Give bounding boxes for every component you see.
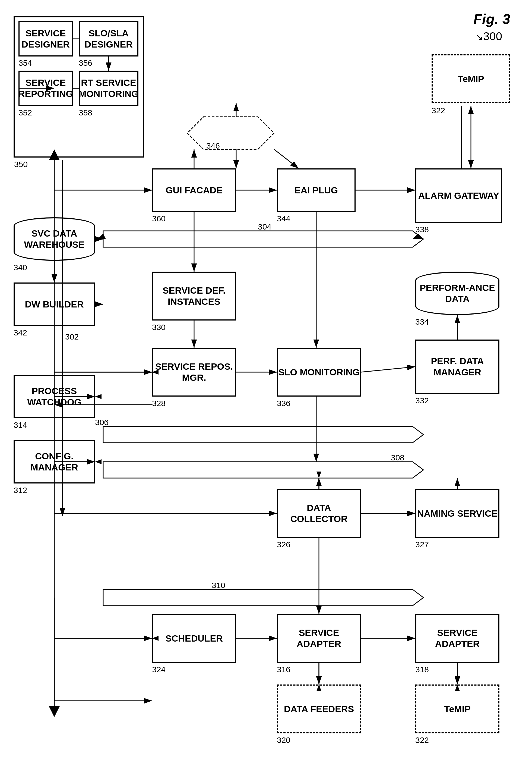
- svg-marker-13: [103, 231, 423, 247]
- ref-340: 340: [14, 263, 27, 272]
- ref-344: 344: [277, 214, 290, 223]
- svg-line-63: [274, 149, 298, 168]
- slo-sla-designer-box: SLO/SLA DESIGNER: [79, 21, 138, 57]
- data-feeders-box: DATA FEEDERS: [277, 685, 361, 734]
- svg-text:304: 304: [258, 222, 271, 231]
- ref-327: 327: [415, 540, 429, 549]
- ref-342: 342: [14, 328, 27, 337]
- svg-text:306: 306: [95, 418, 109, 427]
- perf-data-manager-box: PERF. DATA MANAGER: [415, 340, 500, 394]
- svg-text:308: 308: [391, 453, 404, 462]
- data-collector-box: DATA COLLECTOR: [277, 489, 361, 538]
- temip-top-box: TeMIP: [431, 54, 510, 103]
- ref-314: 314: [14, 420, 27, 430]
- config-manager-box: CONFIG. MANAGER: [14, 440, 95, 484]
- ref-352: 352: [19, 108, 32, 117]
- service-repos-mgr-box: SERVICE REPOS. MGR.: [152, 348, 236, 397]
- ref-356: 356: [79, 58, 92, 68]
- service-reporting-box: SERVICE REPORTING: [19, 71, 73, 106]
- ref-354: 354: [19, 58, 32, 68]
- ref-360: 360: [152, 214, 165, 223]
- ref-336: 336: [277, 399, 290, 408]
- svg-marker-19: [103, 462, 423, 478]
- performance-data-box: PERFORM-ANCE DATA: [415, 272, 500, 315]
- svg-marker-21: [103, 590, 423, 606]
- scheduler-box: SCHEDULER: [152, 614, 236, 663]
- svg-marker-24: [49, 706, 60, 717]
- svg-line-31: [361, 367, 415, 372]
- ref-346: 346: [206, 141, 220, 151]
- service-adapter-2-box: SERVICE ADAPTER: [415, 614, 500, 663]
- dw-builder-box: DW BUILDER: [14, 282, 95, 326]
- svg-marker-16: [98, 234, 106, 239]
- ref-322-top: 322: [431, 106, 445, 115]
- ref-328: 328: [152, 399, 165, 408]
- svg-text:302: 302: [65, 332, 79, 341]
- ref-312: 312: [14, 486, 27, 495]
- svc-data-warehouse-box: SVC DATA WAREHOUSE: [14, 217, 95, 261]
- svg-marker-17: [103, 426, 423, 443]
- diagram: Fig. 3 ↘300 350 SERVICE DESIGNER 354 SLO…: [0, 0, 532, 760]
- slo-monitoring-box: SLO MONITORING: [277, 348, 361, 397]
- gui-facade-box: GUI FACADE: [152, 168, 236, 212]
- svg-text:310: 310: [212, 581, 225, 590]
- fig-label: Fig. 3: [473, 11, 510, 27]
- ref-316: 316: [277, 665, 290, 674]
- service-designer-box: SERVICE DESIGNER: [19, 21, 73, 57]
- service-adapter-1-box: SERVICE ADAPTER: [277, 614, 361, 663]
- ref-330: 330: [152, 323, 165, 332]
- ref-322-bottom: 322: [415, 736, 429, 745]
- process-watchdog-box: PROCESS WATCHDOG: [14, 375, 95, 418]
- eai-plug-box: EAI PLUG: [277, 168, 356, 212]
- ref-320: 320: [277, 736, 290, 745]
- temip-bottom-box: TeMIP: [415, 685, 500, 734]
- ref-332: 332: [415, 396, 429, 405]
- ref-338: 338: [415, 225, 429, 234]
- alarm-gateway-box: ALARM GATEWAY: [415, 168, 502, 223]
- ref-326: 326: [277, 540, 290, 549]
- service-def-instances-box: SERVICE DEF. INSTANCES: [152, 272, 236, 320]
- ref-334: 334: [415, 317, 429, 326]
- svg-marker-15: [413, 234, 423, 239]
- fig-number: ↘300: [475, 30, 502, 43]
- ref-318: 318: [415, 665, 429, 674]
- ref-324: 324: [152, 665, 165, 674]
- ref-350: 350: [14, 160, 28, 169]
- rt-service-monitoring-box: RT SERVICE MONITORING: [79, 71, 138, 106]
- svg-marker-59: [187, 117, 274, 149]
- naming-service-box: NAMING SERVICE: [415, 489, 500, 538]
- ref-358: 358: [79, 108, 92, 117]
